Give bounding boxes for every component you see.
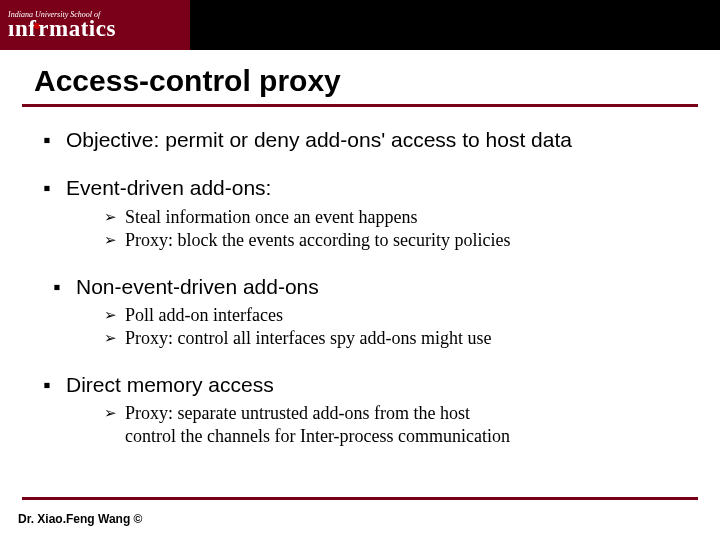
sub-list: ➢ Poll add-on interfaces ➢ Proxy: contro… [104,304,690,350]
bullet-direct-memory: ▪ Direct memory access [40,372,690,398]
content-area: ▪ Objective: permit or deny add-ons' acc… [40,127,720,447]
title-divider [22,104,698,107]
sub-bullet: ➢ Proxy: control all interfaces spy add-… [104,327,690,350]
sub-bullet-text: Proxy: block the events according to sec… [125,229,690,252]
footer-divider [22,497,698,500]
square-bullet-icon: ▪ [40,127,54,153]
logo-wordmark: ınfrmatics [8,17,190,40]
logo-block: Indiana University School of ınfrmatics [0,0,190,50]
square-bullet-icon: ▪ [50,274,64,300]
arrow-icon: ➢ [104,304,117,326]
arrow-icon: ➢ [104,327,117,349]
arrow-icon: ➢ [104,402,117,424]
sub-bullet-text: Proxy: control all interfaces spy add-on… [125,327,690,350]
arrow-icon: ➢ [104,229,117,251]
sub-bullet: ➢ Steal information once an event happen… [104,206,690,229]
arrow-icon: ➢ [104,206,117,228]
sub-bullet: ➢ Proxy: separate untrusted add-ons from… [104,402,690,447]
sub-bullet-text: Poll add-on interfaces [125,304,690,327]
bullet-objective: ▪ Objective: permit or deny add-ons' acc… [40,127,690,153]
sub-bullet: ➢ Poll add-on interfaces [104,304,690,327]
square-bullet-icon: ▪ [40,175,54,201]
bullet-text: Event-driven add-ons: [66,175,690,201]
sub-list: ➢ Proxy: separate untrusted add-ons from… [104,402,690,447]
slide-title: Access-control proxy [34,64,720,98]
top-banner: Indiana University School of ınfrmatics [0,0,720,50]
bullet-non-event-driven: ▪ Non-event-driven add-ons [40,274,690,300]
sub-bullet-multiline: Proxy: separate untrusted add-ons from t… [125,403,510,446]
square-bullet-icon: ▪ [40,372,54,398]
slide: Indiana University School of ınfrmatics … [0,0,720,540]
sub-bullet: ➢ Proxy: block the events according to s… [104,229,690,252]
bullet-event-driven: ▪ Event-driven add-ons: [40,175,690,201]
bullet-text: Direct memory access [66,372,690,398]
sub-list: ➢ Steal information once an event happen… [104,206,690,252]
footer-text: Dr. Xiao.Feng Wang © [18,512,142,526]
bullet-text: Non-event-driven add-ons [76,274,690,300]
bullet-text: Objective: permit or deny add-ons' acces… [66,127,690,153]
sub-bullet-text: Steal information once an event happens [125,206,690,229]
sub-bullet-text: Proxy: separate untrusted add-ons from t… [125,402,690,447]
